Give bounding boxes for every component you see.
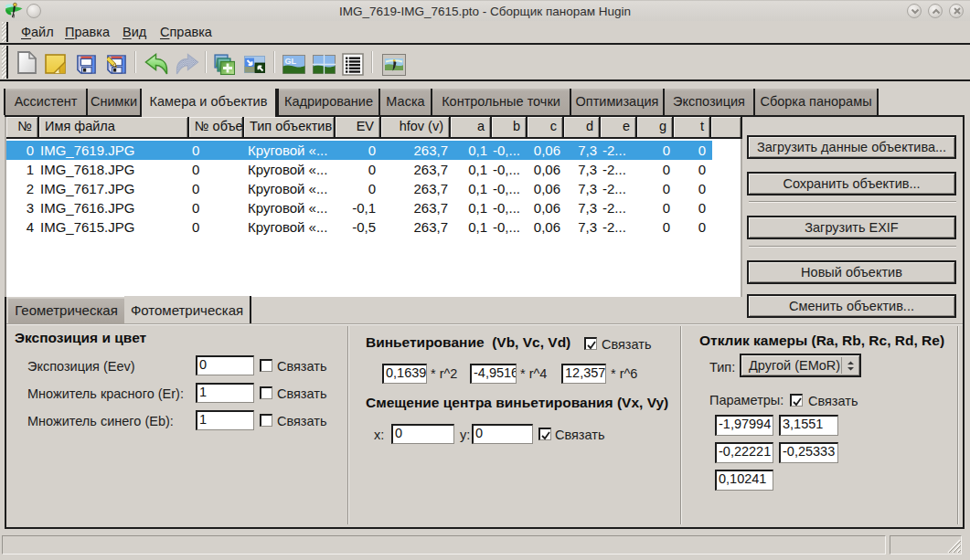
svg-text:GL: GL xyxy=(285,57,297,66)
